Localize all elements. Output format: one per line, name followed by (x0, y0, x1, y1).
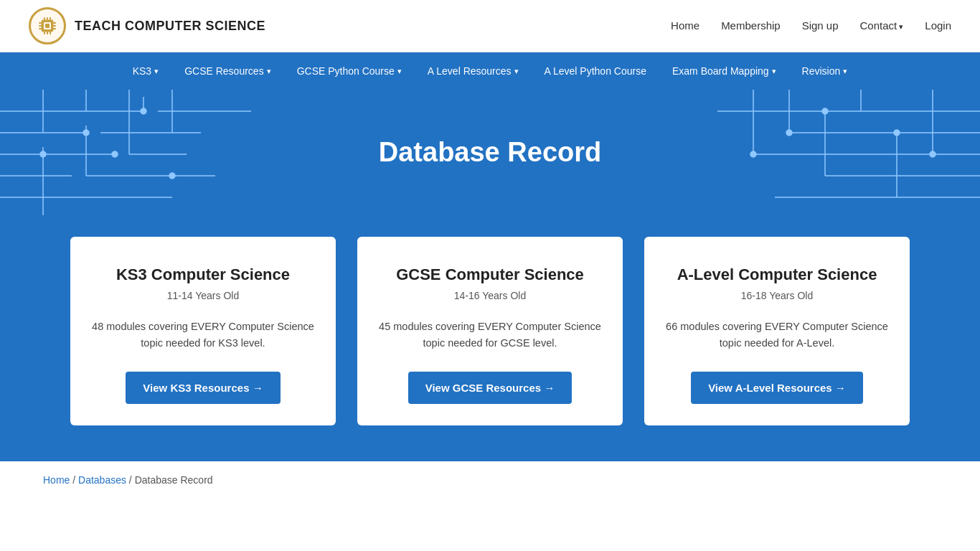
card-gcse-button[interactable]: View GCSE Resources → (408, 372, 573, 404)
svg-rect-7 (53, 25, 56, 27)
svg-rect-9 (44, 17, 45, 20)
breadcrumb: Home / Databases / Database Record (0, 461, 980, 499)
card-alevel-title: A-Level Computer Science (677, 265, 877, 284)
site-title: TEACH COMPUTER SCIENCE (75, 19, 265, 34)
breadcrumb-databases[interactable]: Databases (78, 474, 126, 486)
svg-rect-5 (39, 28, 42, 29)
sub-nav: KS3 ▾ GCSE Resources ▾ GCSE Python Cours… (0, 52, 980, 90)
ks3-dropdown-arrow: ▾ (154, 67, 159, 76)
nav-signup[interactable]: Sign up (802, 19, 839, 32)
card-ks3-desc: 48 modules covering EVERY Computer Scien… (92, 319, 314, 352)
card-alevel: A-Level Computer Science 16-18 Years Old… (644, 237, 910, 425)
breadcrumb-sep2: / (129, 474, 135, 486)
svg-rect-12 (44, 32, 45, 34)
breadcrumb-home[interactable]: Home (43, 474, 70, 486)
cards-section: KS3 Computer Science 11-14 Years Old 48 … (0, 215, 980, 461)
svg-point-48 (786, 130, 792, 136)
svg-point-47 (750, 151, 756, 157)
subnav-revision[interactable]: Revision ▾ (789, 52, 861, 90)
svg-point-50 (894, 130, 900, 136)
subnav-ks3[interactable]: KS3 ▾ (120, 52, 171, 90)
hero-banner: Database Record (0, 90, 980, 215)
gcse-python-dropdown-arrow: ▾ (397, 67, 402, 76)
card-ks3-age: 11-14 Years Old (167, 290, 239, 301)
nav-membership[interactable]: Membership (721, 19, 781, 32)
subnav-gcse-python[interactable]: GCSE Python Course ▾ (284, 52, 415, 90)
svg-point-34 (112, 151, 118, 157)
exam-board-dropdown-arrow: ▾ (772, 67, 776, 76)
svg-point-31 (141, 108, 146, 114)
subnav-exam-board[interactable]: Exam Board Mapping ▾ (659, 52, 789, 90)
nav-login[interactable]: Login (925, 19, 951, 32)
svg-rect-6 (53, 22, 56, 24)
svg-rect-13 (47, 32, 48, 34)
subnav-gcse-resources[interactable]: GCSE Resources ▾ (171, 52, 283, 90)
card-gcse: GCSE Computer Science 14-16 Years Old 45… (357, 237, 623, 425)
svg-point-49 (822, 108, 828, 114)
card-gcse-age: 14-16 Years Old (454, 290, 526, 301)
card-gcse-desc: 45 modules covering EVERY Computer Scien… (379, 319, 601, 352)
svg-point-32 (83, 130, 89, 136)
card-ks3: KS3 Computer Science 11-14 Years Old 48 … (70, 237, 336, 425)
nav-home[interactable]: Home (671, 19, 699, 32)
subnav-a-level-python[interactable]: A Level Python Course (532, 52, 659, 90)
site-logo[interactable]: TEACH COMPUTER SCIENCE (29, 7, 265, 44)
svg-rect-14 (50, 32, 51, 34)
breadcrumb-sep1: / (72, 474, 78, 486)
card-alevel-age: 16-18 Years Old (741, 290, 813, 301)
svg-rect-11 (50, 17, 51, 20)
svg-rect-2 (45, 24, 50, 28)
card-alevel-desc: 66 modules covering EVERY Computer Scien… (666, 319, 888, 352)
svg-rect-10 (47, 17, 48, 20)
svg-rect-8 (53, 28, 56, 29)
a-level-resources-dropdown-arrow: ▾ (514, 67, 519, 76)
card-gcse-title: GCSE Computer Science (396, 265, 584, 284)
svg-point-51 (930, 151, 936, 157)
top-nav: TEACH COMPUTER SCIENCE Home Membership S… (0, 0, 980, 52)
svg-point-33 (40, 151, 46, 157)
breadcrumb-current: Database Record (135, 474, 213, 486)
gcse-resources-dropdown-arrow: ▾ (267, 67, 271, 76)
page-title: Database Record (379, 137, 601, 168)
revision-dropdown-arrow: ▾ (843, 67, 847, 76)
card-alevel-button[interactable]: View A-Level Resources → (691, 372, 863, 404)
card-ks3-button[interactable]: View KS3 Resources → (126, 372, 280, 404)
svg-point-35 (169, 173, 175, 179)
logo-icon (29, 7, 66, 44)
card-ks3-title: KS3 Computer Science (116, 265, 290, 284)
nav-contact[interactable]: Contact (860, 19, 904, 32)
subnav-a-level-resources[interactable]: A Level Resources ▾ (415, 52, 532, 90)
svg-rect-4 (39, 25, 42, 27)
svg-rect-3 (39, 22, 42, 24)
top-nav-links: Home Membership Sign up Contact Login (671, 19, 951, 32)
